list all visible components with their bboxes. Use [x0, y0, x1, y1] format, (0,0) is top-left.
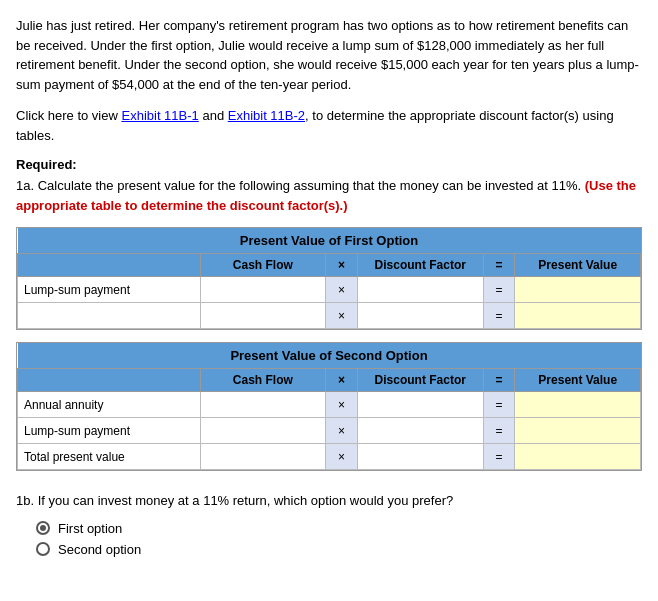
exhibit-prefix: Click here to view — [16, 108, 121, 123]
radio-option-1[interactable]: Second option — [36, 542, 642, 557]
table2-col-eq: = — [483, 369, 515, 392]
table2-row: Total present value × = — [18, 444, 641, 470]
table1-col-cashflow: Cash Flow — [200, 254, 326, 277]
table1-row: × = — [18, 303, 641, 329]
table1-wrapper: Present Value of First Option Cash Flow … — [16, 227, 642, 330]
required-label: Required: — [16, 157, 642, 172]
table2-eq-op: = — [483, 444, 515, 470]
table1-x-op: × — [326, 277, 358, 303]
table2-cashflow-input[interactable] — [200, 392, 326, 418]
table2-pv-input[interactable] — [515, 392, 641, 418]
table1-title: Present Value of First Option — [18, 228, 641, 254]
question-1a-text: 1a. Calculate the present value for the … — [16, 178, 585, 193]
table1-col-label — [18, 254, 201, 277]
table2-col-cashflow: Cash Flow — [200, 369, 326, 392]
table2-row-label: Lump-sum payment — [18, 418, 201, 444]
table2-x-op: × — [326, 392, 358, 418]
table2-discount-input[interactable] — [358, 418, 484, 444]
table2-wrapper: Present Value of Second Option Cash Flow… — [16, 342, 642, 471]
table2-col-discount: Discount Factor — [358, 369, 484, 392]
exhibit2-link[interactable]: Exhibit 11B-2 — [228, 108, 305, 123]
table1-pv-input[interactable] — [515, 303, 641, 329]
radio-group: First option Second option — [36, 521, 642, 557]
radio-option-0[interactable]: First option — [36, 521, 642, 536]
table2-row-label: Annual annuity — [18, 392, 201, 418]
table2-eq-op: = — [483, 392, 515, 418]
table1-row-label: Lump-sum payment — [18, 277, 201, 303]
table1-eq-op: = — [483, 303, 515, 329]
table1-row: Lump-sum payment × = — [18, 277, 641, 303]
table2-col-pv: Present Value — [515, 369, 641, 392]
table2-cashflow-input[interactable] — [200, 418, 326, 444]
table2-pv-input[interactable] — [515, 444, 641, 470]
intro-paragraph: Julie has just retired. Her company's re… — [16, 16, 642, 94]
table2-pv-input[interactable] — [515, 418, 641, 444]
table2-row: Annual annuity × = — [18, 392, 641, 418]
exhibit-middle: and — [199, 108, 228, 123]
table2-x-op: × — [326, 444, 358, 470]
table2-row-label: Total present value — [18, 444, 201, 470]
table1-pv-input[interactable] — [515, 277, 641, 303]
radio-circle-0 — [36, 521, 50, 535]
table2-discount-input[interactable] — [358, 444, 484, 470]
table1-cashflow-input[interactable] — [200, 277, 326, 303]
table1-col-discount: Discount Factor — [358, 254, 484, 277]
exhibit1-link[interactable]: Exhibit 11B-1 — [121, 108, 198, 123]
question-1b: 1b. If you can invest money at a 11% ret… — [16, 491, 642, 511]
exhibit-line: Click here to view Exhibit 11B-1 and Exh… — [16, 106, 642, 145]
table2-x-op: × — [326, 418, 358, 444]
radio-circle-1 — [36, 542, 50, 556]
table1-eq-op: = — [483, 277, 515, 303]
table2-row: Lump-sum payment × = — [18, 418, 641, 444]
table1-x-op: × — [326, 303, 358, 329]
table2-col-label — [18, 369, 201, 392]
radio-label-1: Second option — [58, 542, 141, 557]
table1-discount-input[interactable] — [358, 277, 484, 303]
table2-discount-input[interactable] — [358, 392, 484, 418]
table1-col-x: × — [326, 254, 358, 277]
table2-col-x: × — [326, 369, 358, 392]
table1-row-label — [18, 303, 201, 329]
table2-eq-op: = — [483, 418, 515, 444]
question-1a: 1a. Calculate the present value for the … — [16, 176, 642, 215]
table2-cashflow-input[interactable] — [200, 444, 326, 470]
table1-discount-input[interactable] — [358, 303, 484, 329]
table1-col-pv: Present Value — [515, 254, 641, 277]
table1-cashflow-input[interactable] — [200, 303, 326, 329]
table1-col-eq: = — [483, 254, 515, 277]
table1: Present Value of First Option Cash Flow … — [17, 228, 641, 329]
table2: Present Value of Second Option Cash Flow… — [17, 343, 641, 470]
table2-title: Present Value of Second Option — [18, 343, 641, 369]
radio-label-0: First option — [58, 521, 122, 536]
required-section: Required: 1a. Calculate the present valu… — [16, 157, 642, 215]
